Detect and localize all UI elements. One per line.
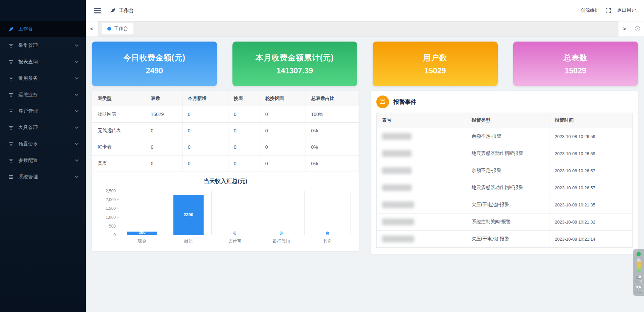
leaf-icon [8,26,14,32]
tabs-close-all-icon[interactable] [631,21,644,37]
alarm-row: 余额不足-报警2023-10-08 10:26:57 [377,162,633,179]
sidebar-item-8[interactable]: 参数配置 [0,152,86,169]
sidebar-menu: 工作台采集管理报表查询常用服务运维业务客户管理表具管理预置命令参数配置系统管理 [0,21,86,185]
sidebar-item-5[interactable]: 客户管理 [0,103,86,119]
tab-workbench[interactable]: 工作台 [102,23,133,35]
alarm-type-cell: 欠压(干电池)-报警 [466,196,549,213]
meter-table-cell: 0 [228,155,260,172]
alarm-time-cell: 2023-10-08 10:26:57 [549,162,633,179]
x-axis-category-label: 微信 [165,238,211,244]
chevron-down-icon [75,126,78,129]
stat-card-value: 2490 [92,66,217,75]
sidebar-item-4[interactable]: 运维业务 [0,86,86,103]
sidebar-item-label: 预置命令 [18,141,75,147]
leaf-icon [110,7,116,13]
alarm-type-cell: 系统控制关阀-报警 [466,213,549,231]
network-monitor-widget[interactable]: 1.8 ↑ K/s 0.6 ↓ K/s [633,249,644,296]
alarm-meter-no-cell [377,128,466,145]
sidebar: 工作台采集管理报表查询常用服务运维业务客户管理表具管理预置命令参数配置系统管理 [0,0,86,312]
chart-column: 2290 [165,191,212,235]
sidebar-item-label: 系统管理 [18,174,75,180]
chart-plot-area: 200229000005001,0001,5002,0002,500 [119,191,351,235]
chevron-down-icon [75,44,78,47]
filter-icon [8,125,14,131]
sidebar-item-3[interactable]: 常用服务 [0,70,86,86]
alarm-row: 余额不足-报警2023-10-08 10:26:59 [377,128,633,145]
meter-table-cell: 普表 [92,155,145,172]
blurred-meter-number [382,236,414,242]
sidebar-item-9[interactable]: 系统管理 [0,169,86,185]
alarm-row: 欠压(干电池)-报警2023-10-08 10:21:14 [377,231,633,248]
meter-table-cell: 0 [182,106,228,123]
blurred-meter-number [382,167,412,174]
sidebar-item-2[interactable]: 报表查询 [0,54,86,70]
filter-icon [8,59,14,65]
maintenance-link[interactable]: 创源维护 [581,7,599,13]
meter-table-cell: 0 [182,123,228,139]
alarm-time-cell: 2023-10-08 10:21:35 [549,196,633,213]
alarm-row: 系统控制关阀-报警2023-10-08 10:21:32 [377,213,633,231]
upload-speed-value: 1.8 [635,275,642,279]
meter-table-cell: 0 [228,106,260,123]
bar-value-label: 0 [280,231,282,235]
y-axis-tick-label: 0 [113,233,116,237]
sidebar-item-6[interactable]: 表具管理 [0,119,86,136]
meter-table-cell: 15029 [145,106,182,123]
tabs-scroll-left-button[interactable]: < [86,21,98,37]
bar-value-label: 2290 [183,212,193,217]
alarm-meter-no-cell [377,179,466,196]
upload-speed-unit: K/s [638,279,642,283]
download-speed: 0.6 ↓ K/s [635,285,642,293]
alarm-panel-header: 报警事件 [376,96,633,108]
x-axis-category-label: 支付宝 [212,238,258,244]
sidebar-item-label: 参数配置 [18,158,75,164]
meter-table-cell: 0 [182,139,228,155]
stat-card-value: 15029 [373,66,498,75]
tabs-scroll-area: 工作台 [98,21,619,37]
tabs-scroll-right-button[interactable]: > [619,21,631,37]
alarm-type-cell: 地震震感器动作切断报警 [466,145,549,162]
filter-icon [8,75,14,81]
chart-column: 200 [119,191,165,235]
meter-table-cell: 100% [306,106,359,123]
blurred-meter-number [382,201,414,208]
sidebar-item-label: 工作台 [18,26,78,32]
alarm-table-header: 报警类型 [466,113,549,128]
alarm-siren-icon [376,96,389,108]
alarm-table-header: 表号 [377,113,466,128]
sidebar-item-7[interactable]: 预置命令 [0,136,86,152]
sidebar-item-label: 报表查询 [18,59,75,65]
stat-card-value: 141307.39 [232,66,358,75]
chart-column: 0 [258,191,305,235]
y-axis-tick-mark [117,235,119,235]
table-row: IC卡表00000% [92,139,359,155]
chart-x-axis-labels: 现金微信支付宝银行代扣其它 [119,238,351,244]
meter-table-header: 表类型 [92,91,145,106]
alarm-row: 欠压(干电池)-报警2023-10-08 10:21:35 [377,196,633,213]
meter-table-header: 总表数占比 [306,91,359,106]
meter-table-header: 轮换拆回 [260,91,306,106]
chevron-down-icon [75,159,78,162]
logout-link[interactable]: 退出用户 [617,7,636,13]
sidebar-item-label: 常用服务 [18,75,75,81]
chevron-down-icon [75,143,78,145]
sidebar-item-1[interactable]: 采集管理 [0,37,86,54]
alarm-meter-no-cell [377,196,466,213]
stat-card-title: 用户数 [373,53,498,63]
alarm-time-cell: 2023-10-08 10:26:59 [549,128,633,145]
collapse-menu-icon[interactable] [94,8,101,13]
sidebar-item-label: 采集管理 [18,43,75,49]
meter-table-cell: IC卡表 [92,139,145,155]
stat-cards-row: 今日收费金额(元)2490本月收费金额累计(元)141307.39用户数1502… [92,42,638,86]
stat-card-title: 总表数 [513,53,638,63]
chart-title: 当天收入汇总(元) [97,177,354,185]
alarm-time-cell: 2023-10-08 10:26:59 [549,145,633,162]
list-icon [8,174,14,180]
filter-icon [8,92,14,98]
sidebar-item-workbench[interactable]: 工作台 [0,21,86,37]
page-title-group: 工作台 [110,7,134,14]
alarm-meter-no-cell [377,231,466,248]
chevron-down-icon [75,77,78,79]
meter-table-cell: 0 [145,139,182,155]
fullscreen-icon[interactable] [605,8,611,13]
